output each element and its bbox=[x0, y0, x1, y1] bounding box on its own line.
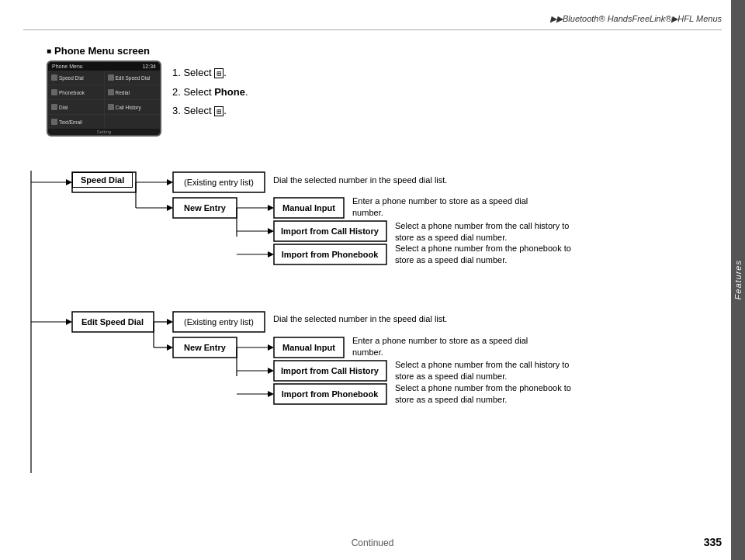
svg-rect-13 bbox=[173, 198, 237, 218]
svg-marker-6 bbox=[167, 179, 173, 185]
phone-status-bar: Phone Menu 12:34 bbox=[48, 62, 160, 71]
svg-rect-17 bbox=[274, 198, 344, 218]
svg-text:Import from Call History: Import from Call History bbox=[281, 226, 379, 236]
svg-marker-29 bbox=[66, 319, 72, 325]
svg-rect-39 bbox=[173, 337, 237, 358]
svg-text:Manual Input: Manual Input bbox=[282, 203, 335, 213]
svg-text:Import from Phonebook: Import from Phonebook bbox=[282, 250, 379, 259]
call-history-icon bbox=[108, 104, 114, 110]
instructions-block: 1. Select ⊞. 2. Select Phone. 3. Select … bbox=[172, 64, 248, 121]
svg-marker-12 bbox=[167, 205, 173, 211]
svg-marker-42 bbox=[268, 344, 274, 351]
phone-menu-speed-dial: Speed Dial bbox=[48, 71, 104, 85]
svg-text:Dial the selected number in th: Dial the selected number in the speed di… bbox=[273, 175, 447, 185]
phone-menu-text-email: Text/Email bbox=[48, 115, 104, 129]
step-3: 3. Select ⊞. bbox=[172, 102, 248, 121]
svg-marker-38 bbox=[167, 344, 173, 351]
speed-dial-icon bbox=[51, 74, 57, 81]
continued-label: Continued bbox=[352, 538, 394, 548]
diagram-svg: (Speed Dial) (Existing entry list) Dial … bbox=[23, 155, 722, 489]
svg-text:(Existing entry list): (Existing entry list) bbox=[184, 317, 254, 327]
step2-bold: Phone bbox=[214, 86, 245, 98]
svg-rect-26 bbox=[274, 244, 386, 264]
phone-menu-blank bbox=[105, 115, 161, 129]
svg-rect-22 bbox=[274, 221, 386, 241]
svg-marker-16 bbox=[268, 205, 274, 211]
svg-rect-34 bbox=[173, 312, 265, 332]
phone-screen-image: Phone Menu 12:34 Speed Dial Edit Speed D… bbox=[47, 60, 161, 137]
header-divider bbox=[23, 29, 722, 30]
section-title: Phone Menu screen bbox=[47, 45, 150, 57]
svg-text:(Existing entry list): (Existing entry list) bbox=[184, 178, 254, 187]
phone-menu-phonebook: Phonebook bbox=[48, 85, 104, 99]
edit-speed-dial-icon bbox=[108, 74, 114, 81]
phone-menu-grid: Speed Dial Edit Speed Dial Phonebook Red… bbox=[48, 71, 160, 129]
step-2: 2. Select Phone. bbox=[172, 83, 248, 102]
breadcrumb: ▶▶Bluetooth® HandsFreeLink®▶HFL Menus bbox=[550, 14, 722, 24]
svg-rect-7 bbox=[173, 172, 265, 192]
phone-title-text: Phone Menu bbox=[52, 64, 83, 69]
speed-dial-label: Speed Dial bbox=[72, 172, 133, 188]
phone-time: 12:34 bbox=[142, 64, 156, 69]
phone-menu-redial: Redial bbox=[105, 85, 161, 99]
step-1: 1. Select ⊞. bbox=[172, 64, 248, 83]
svg-marker-33 bbox=[167, 319, 173, 325]
svg-marker-47 bbox=[268, 368, 274, 374]
svg-text:New Entry: New Entry bbox=[184, 203, 227, 213]
svg-rect-52 bbox=[274, 384, 386, 404]
features-sidebar: Features bbox=[731, 0, 745, 560]
svg-rect-30 bbox=[72, 312, 154, 332]
phone-setting: Setting bbox=[48, 129, 160, 135]
redial-icon bbox=[108, 89, 114, 95]
phone-menu-dial: Dial bbox=[48, 100, 104, 114]
phonebook-icon bbox=[51, 89, 57, 95]
step3-icon: ⊞ bbox=[214, 106, 224, 116]
svg-marker-25 bbox=[268, 251, 274, 258]
svg-text:Import from Call History: Import from Call History bbox=[281, 366, 379, 375]
phone-menu-call-history: Call History bbox=[105, 100, 161, 114]
footer-continued: Continued bbox=[0, 538, 745, 548]
svg-text:Import from Phonebook: Import from Phonebook bbox=[282, 389, 379, 399]
page-number: 335 bbox=[704, 536, 722, 548]
section-title-text: Phone Menu screen bbox=[54, 45, 150, 57]
svg-marker-21 bbox=[268, 228, 274, 234]
dial-icon bbox=[51, 104, 57, 110]
svg-text:Manual Input: Manual Input bbox=[282, 343, 335, 352]
svg-text:New Entry: New Entry bbox=[184, 343, 227, 352]
sidebar-label: Features bbox=[733, 260, 743, 299]
svg-rect-43 bbox=[274, 337, 344, 358]
svg-text:Edit Speed Dial: Edit Speed Dial bbox=[81, 317, 144, 327]
step1-icon: ⊞ bbox=[214, 68, 224, 78]
svg-marker-2 bbox=[66, 179, 72, 185]
phone-menu-edit-speed-dial: Edit Speed Dial bbox=[105, 71, 161, 85]
svg-marker-51 bbox=[268, 391, 274, 397]
breadcrumb-text: ▶▶Bluetooth® HandsFreeLink®▶HFL Menus bbox=[550, 14, 722, 23]
svg-rect-48 bbox=[274, 361, 386, 381]
text-email-icon bbox=[51, 119, 57, 125]
